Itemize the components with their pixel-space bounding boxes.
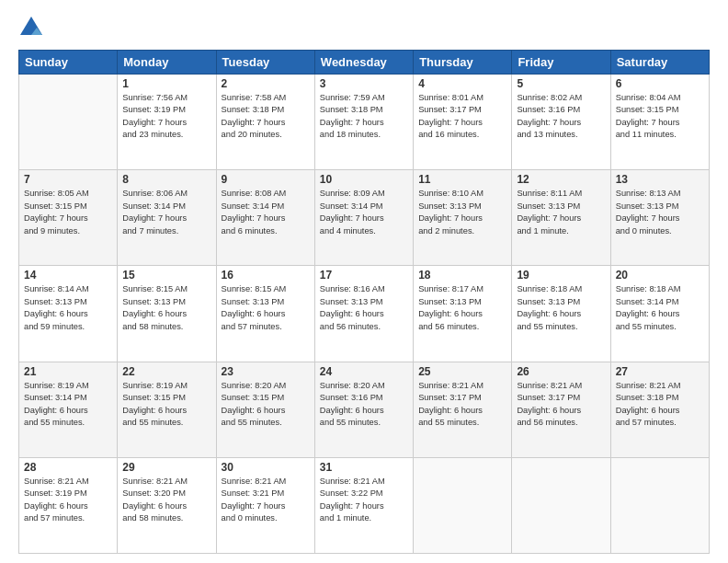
calendar-week-row: 7Sunrise: 8:05 AM Sunset: 3:15 PM Daylig…: [19, 170, 710, 266]
day-info: Sunrise: 8:06 AM Sunset: 3:14 PM Dayligh…: [122, 188, 210, 237]
weekday-header-saturday: Saturday: [610, 51, 709, 75]
day-info: Sunrise: 8:21 AM Sunset: 3:20 PM Dayligh…: [122, 476, 210, 525]
calendar-cell: 9Sunrise: 8:08 AM Sunset: 3:14 PM Daylig…: [216, 170, 314, 266]
day-number: 11: [418, 173, 506, 186]
day-info: Sunrise: 8:09 AM Sunset: 3:14 PM Dayligh…: [320, 188, 408, 237]
day-number: 23: [222, 365, 310, 378]
weekday-header-friday: Friday: [512, 51, 610, 75]
header: [18, 15, 710, 40]
day-info: Sunrise: 8:19 AM Sunset: 3:15 PM Dayligh…: [122, 380, 210, 430]
day-info: Sunrise: 8:13 AM Sunset: 3:13 PM Dayligh…: [616, 188, 704, 237]
day-info: Sunrise: 8:21 AM Sunset: 3:22 PM Dayligh…: [320, 476, 408, 525]
calendar-cell: 20Sunrise: 8:18 AM Sunset: 3:14 PM Dayli…: [610, 266, 709, 362]
day-number: 8: [122, 173, 210, 186]
day-info: Sunrise: 8:14 AM Sunset: 3:13 PM Dayligh…: [24, 283, 112, 333]
logo-icon: [18, 15, 44, 40]
calendar-cell: [19, 75, 118, 170]
calendar-cell: 18Sunrise: 8:17 AM Sunset: 3:13 PM Dayli…: [414, 266, 512, 362]
calendar-cell: 10Sunrise: 8:09 AM Sunset: 3:14 PM Dayli…: [314, 170, 413, 266]
day-info: Sunrise: 8:18 AM Sunset: 3:14 PM Dayligh…: [616, 283, 704, 333]
calendar-cell: [610, 457, 709, 553]
day-number: 30: [222, 461, 310, 474]
day-number: 17: [320, 269, 408, 282]
calendar-cell: 4Sunrise: 8:01 AM Sunset: 3:17 PM Daylig…: [414, 75, 512, 170]
calendar-cell: 3Sunrise: 7:59 AM Sunset: 3:18 PM Daylig…: [314, 75, 413, 170]
weekday-header-wednesday: Wednesday: [314, 51, 413, 75]
weekday-header-row: SundayMondayTuesdayWednesdayThursdayFrid…: [19, 51, 710, 75]
day-info: Sunrise: 8:21 AM Sunset: 3:19 PM Dayligh…: [24, 476, 112, 525]
day-info: Sunrise: 8:08 AM Sunset: 3:14 PM Dayligh…: [222, 188, 310, 237]
day-info: Sunrise: 8:21 AM Sunset: 3:17 PM Dayligh…: [517, 380, 605, 430]
day-number: 28: [24, 461, 112, 474]
calendar-cell: 1Sunrise: 7:56 AM Sunset: 3:19 PM Daylig…: [118, 75, 216, 170]
calendar-cell: 24Sunrise: 8:20 AM Sunset: 3:16 PM Dayli…: [314, 362, 413, 457]
day-number: 22: [122, 365, 210, 378]
day-info: Sunrise: 7:56 AM Sunset: 3:19 PM Dayligh…: [122, 92, 210, 142]
weekday-header-thursday: Thursday: [414, 51, 512, 75]
day-info: Sunrise: 8:11 AM Sunset: 3:13 PM Dayligh…: [517, 188, 605, 237]
day-info: Sunrise: 8:10 AM Sunset: 3:13 PM Dayligh…: [418, 188, 506, 237]
calendar-table: SundayMondayTuesdayWednesdayThursdayFrid…: [18, 50, 710, 554]
day-info: Sunrise: 7:58 AM Sunset: 3:18 PM Dayligh…: [222, 92, 310, 142]
day-info: Sunrise: 8:20 AM Sunset: 3:15 PM Dayligh…: [222, 380, 310, 430]
calendar-cell: 26Sunrise: 8:21 AM Sunset: 3:17 PM Dayli…: [512, 362, 610, 457]
calendar-cell: 17Sunrise: 8:16 AM Sunset: 3:13 PM Dayli…: [314, 266, 413, 362]
day-number: 27: [616, 365, 704, 378]
day-number: 13: [616, 173, 704, 186]
day-number: 18: [418, 269, 506, 282]
calendar-cell: 16Sunrise: 8:15 AM Sunset: 3:13 PM Dayli…: [216, 266, 314, 362]
day-number: 21: [24, 365, 112, 378]
day-info: Sunrise: 8:17 AM Sunset: 3:13 PM Dayligh…: [418, 283, 506, 333]
calendar-cell: 28Sunrise: 8:21 AM Sunset: 3:19 PM Dayli…: [19, 457, 118, 553]
calendar-cell: 12Sunrise: 8:11 AM Sunset: 3:13 PM Dayli…: [512, 170, 610, 266]
calendar-week-row: 28Sunrise: 8:21 AM Sunset: 3:19 PM Dayli…: [19, 457, 710, 553]
day-info: Sunrise: 8:05 AM Sunset: 3:15 PM Dayligh…: [24, 188, 112, 237]
calendar-cell: 7Sunrise: 8:05 AM Sunset: 3:15 PM Daylig…: [19, 170, 118, 266]
day-info: Sunrise: 8:21 AM Sunset: 3:21 PM Dayligh…: [222, 476, 310, 525]
day-number: 7: [24, 173, 112, 186]
calendar-week-row: 21Sunrise: 8:19 AM Sunset: 3:14 PM Dayli…: [19, 362, 710, 457]
calendar-cell: 25Sunrise: 8:21 AM Sunset: 3:17 PM Dayli…: [414, 362, 512, 457]
day-info: Sunrise: 8:20 AM Sunset: 3:16 PM Dayligh…: [320, 380, 408, 430]
day-number: 14: [24, 269, 112, 282]
day-number: 12: [517, 173, 605, 186]
day-info: Sunrise: 8:02 AM Sunset: 3:16 PM Dayligh…: [517, 92, 605, 142]
day-number: 31: [320, 461, 408, 474]
day-number: 16: [222, 269, 310, 282]
day-number: 4: [418, 77, 506, 90]
day-info: Sunrise: 8:04 AM Sunset: 3:15 PM Dayligh…: [616, 92, 704, 142]
day-number: 2: [222, 77, 310, 90]
calendar-cell: 15Sunrise: 8:15 AM Sunset: 3:13 PM Dayli…: [118, 266, 216, 362]
day-info: Sunrise: 7:59 AM Sunset: 3:18 PM Dayligh…: [320, 92, 408, 142]
day-info: Sunrise: 8:18 AM Sunset: 3:13 PM Dayligh…: [517, 283, 605, 333]
day-number: 20: [616, 269, 704, 282]
day-number: 19: [517, 269, 605, 282]
day-number: 10: [320, 173, 408, 186]
calendar-cell: 5Sunrise: 8:02 AM Sunset: 3:16 PM Daylig…: [512, 75, 610, 170]
day-number: 9: [222, 173, 310, 186]
day-number: 1: [122, 77, 210, 90]
day-info: Sunrise: 8:21 AM Sunset: 3:18 PM Dayligh…: [616, 380, 704, 430]
weekday-header-sunday: Sunday: [19, 51, 118, 75]
day-number: 24: [320, 365, 408, 378]
calendar-cell: [512, 457, 610, 553]
day-number: 29: [122, 461, 210, 474]
calendar-cell: 2Sunrise: 7:58 AM Sunset: 3:18 PM Daylig…: [216, 75, 314, 170]
calendar-cell: 19Sunrise: 8:18 AM Sunset: 3:13 PM Dayli…: [512, 266, 610, 362]
day-info: Sunrise: 8:01 AM Sunset: 3:17 PM Dayligh…: [418, 92, 506, 142]
day-number: 6: [616, 77, 704, 90]
calendar-week-row: 14Sunrise: 8:14 AM Sunset: 3:13 PM Dayli…: [19, 266, 710, 362]
calendar-week-row: 1Sunrise: 7:56 AM Sunset: 3:19 PM Daylig…: [19, 75, 710, 170]
day-number: 15: [122, 269, 210, 282]
calendar-cell: 6Sunrise: 8:04 AM Sunset: 3:15 PM Daylig…: [610, 75, 709, 170]
day-info: Sunrise: 8:21 AM Sunset: 3:17 PM Dayligh…: [418, 380, 506, 430]
calendar-cell: 22Sunrise: 8:19 AM Sunset: 3:15 PM Dayli…: [118, 362, 216, 457]
calendar-cell: 13Sunrise: 8:13 AM Sunset: 3:13 PM Dayli…: [610, 170, 709, 266]
day-info: Sunrise: 8:15 AM Sunset: 3:13 PM Dayligh…: [222, 283, 310, 333]
day-info: Sunrise: 8:16 AM Sunset: 3:13 PM Dayligh…: [320, 283, 408, 333]
calendar-cell: 23Sunrise: 8:20 AM Sunset: 3:15 PM Dayli…: [216, 362, 314, 457]
calendar-cell: 14Sunrise: 8:14 AM Sunset: 3:13 PM Dayli…: [19, 266, 118, 362]
day-number: 25: [418, 365, 506, 378]
day-number: 26: [517, 365, 605, 378]
calendar-cell: 31Sunrise: 8:21 AM Sunset: 3:22 PM Dayli…: [314, 457, 413, 553]
